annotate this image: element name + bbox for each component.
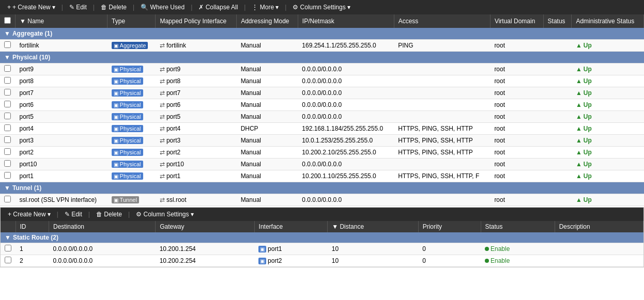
admin-status-up: ▲ Up (576, 172, 640, 180)
row-ip: 0.0.0.0/0.0.0.0 (298, 194, 394, 206)
table-row[interactable]: port7 ▣ Physical ⇄ port7 Manual 0.0.0.0/… (0, 87, 644, 99)
bottom-create-new-button[interactable]: + Create New ▾ (5, 210, 54, 219)
group-triangle-icon: ▼ (4, 30, 10, 37)
more-button[interactable]: ⋮ More ▾ (249, 3, 282, 12)
row-checkbox-cell[interactable] (0, 99, 16, 111)
delete-button[interactable]: 🗑 Delete (98, 3, 130, 12)
row-checkbox-cell[interactable] (0, 64, 16, 75)
col-mapped[interactable]: Mapped Policy Interface (156, 14, 237, 28)
table-row[interactable]: port8 ▣ Physical ⇄ port8 Manual 0.0.0.0/… (0, 75, 644, 87)
row-checkbox[interactable] (4, 160, 11, 167)
col-addressing[interactable]: Addressing Mode (237, 14, 298, 28)
route-checkbox-cell[interactable] (1, 243, 16, 255)
row-checkbox-cell[interactable] (0, 159, 16, 170)
row-admin-status: ▲ Up (572, 87, 644, 99)
row-checkbox[interactable] (4, 136, 11, 143)
create-new-button[interactable]: + + Create New ▾ (4, 3, 58, 12)
type-badge: ▣ Physical (112, 137, 143, 144)
row-name: port8 (16, 75, 108, 87)
bottom-col-status[interactable]: Status (481, 221, 555, 232)
group-triangle-icon: ▼ (5, 234, 11, 241)
row-checkbox[interactable] (4, 172, 11, 179)
static-route-row[interactable]: 1 0.0.0.0/0.0.0.0 10.200.1.254 ▣ port1 1… (1, 243, 643, 255)
table-row[interactable]: port5 ▣ Physical ⇄ port5 Manual 0.0.0.0/… (0, 111, 644, 123)
route-description (555, 255, 643, 267)
where-used-button[interactable]: 🔍 Where Used (137, 3, 188, 12)
row-checkbox[interactable] (4, 124, 11, 131)
table-row[interactable]: fortilink ▣ Aggregate ⇄ fortilink Manual… (0, 40, 644, 52)
row-checkbox[interactable] (4, 41, 11, 48)
table-row[interactable]: ssl.root (SSL VPN interface) ▣ Tunnel ⇄ … (0, 194, 644, 206)
table-row[interactable]: port4 ▣ Physical ⇄ port4 DHCP 192.168.1.… (0, 123, 644, 135)
collapse-all-button[interactable]: ✗ Collapse All (195, 3, 241, 12)
row-checkbox-cell[interactable] (0, 111, 16, 123)
col-status[interactable]: Status (543, 14, 572, 28)
group-header-physical[interactable]: ▼ Physical (10) (0, 52, 644, 64)
static-route-row[interactable]: 2 0.0.0.0/0.0.0.0 10.200.2.254 ▣ port2 1… (1, 255, 643, 267)
admin-status-up: ▲ Up (576, 113, 640, 120)
row-status (543, 111, 572, 123)
type-badge: ▣ Physical (112, 77, 143, 85)
col-name[interactable]: ▼ Name (16, 14, 108, 28)
row-checkbox-cell[interactable] (0, 40, 16, 52)
table-row[interactable]: port1 ▣ Physical ⇄ port1 Manual 10.200.1… (0, 170, 644, 182)
row-name: port7 (16, 87, 108, 99)
bottom-col-priority[interactable]: Priority (418, 221, 481, 232)
row-checkbox-cell[interactable] (0, 123, 16, 135)
row-checkbox[interactable] (4, 77, 11, 84)
row-checkbox-cell[interactable] (0, 75, 16, 87)
select-all-header[interactable] (0, 14, 16, 28)
col-type[interactable]: Type (108, 14, 156, 28)
row-checkbox[interactable] (4, 65, 11, 72)
row-checkbox-cell[interactable] (0, 170, 16, 182)
row-checkbox-cell[interactable] (0, 135, 16, 147)
type-icon: ▣ (114, 43, 118, 49)
row-checkbox[interactable] (4, 148, 11, 155)
row-checkbox-cell[interactable] (0, 194, 16, 206)
row-access (394, 64, 490, 75)
row-ip: 0.0.0.0/0.0.0.0 (298, 75, 394, 87)
group-header-aggregate[interactable]: ▼ Aggregate (1) (0, 28, 644, 40)
bottom-col-destination[interactable]: Destination (49, 221, 155, 232)
route-checkbox[interactable] (5, 245, 11, 251)
row-ip: 0.0.0.0/0.0.0.0 (298, 64, 394, 75)
col-ip[interactable]: IP/Netmask (298, 14, 394, 28)
bottom-edit-button[interactable]: ✎ Edit (62, 210, 85, 219)
table-row[interactable]: port2 ▣ Physical ⇄ port2 Manual 10.200.2… (0, 147, 644, 159)
row-checkbox[interactable] (4, 196, 11, 202)
table-row[interactable]: port3 ▣ Physical ⇄ port3 Manual 10.0.1.2… (0, 135, 644, 147)
route-checkbox-cell[interactable] (1, 255, 16, 267)
col-access[interactable]: Access (394, 14, 490, 28)
bottom-column-settings-button[interactable]: ⚙ Column Settings ▾ (133, 210, 196, 219)
row-type: ▣ Physical (108, 123, 156, 135)
row-vdomain: root (490, 111, 543, 123)
up-arrow-icon: ▲ (576, 66, 582, 73)
bottom-col-description[interactable]: Description (555, 221, 643, 232)
row-checkbox-cell[interactable] (0, 87, 16, 99)
table-row[interactable]: port6 ▣ Physical ⇄ port6 Manual 0.0.0.0/… (0, 99, 644, 111)
column-settings-button[interactable]: ⚙ Column Settings ▾ (289, 3, 353, 12)
group-header-tunnel[interactable]: ▼ Tunnel (1) (0, 182, 644, 194)
table-row[interactable]: port10 ▣ Physical ⇄ port10 Manual 0.0.0.… (0, 159, 644, 170)
bottom-col-distance[interactable]: ▼ Distance (328, 221, 418, 232)
row-checkbox[interactable] (4, 113, 11, 119)
route-checkbox[interactable] (5, 257, 11, 263)
mapped-icon: ⇄ (160, 101, 165, 108)
col-admin-status[interactable]: Administrative Status (572, 14, 644, 28)
select-all-checkbox[interactable] (4, 17, 11, 24)
static-route-group-header[interactable]: ▼ Static Route (2) (1, 232, 643, 243)
bottom-delete-button[interactable]: 🗑 Delete (93, 210, 125, 219)
row-checkbox-cell[interactable] (0, 147, 16, 159)
col-vdomain[interactable]: Virtual Domain (490, 14, 543, 28)
row-access (394, 99, 490, 111)
mapped-icon: ⇄ (160, 172, 165, 180)
row-checkbox[interactable] (4, 101, 11, 107)
bottom-col-id[interactable]: ID (16, 221, 49, 232)
row-checkbox[interactable] (4, 89, 11, 96)
bottom-col-interface[interactable]: Interface (254, 221, 328, 232)
edit-button[interactable]: ✎ Edit (66, 3, 90, 12)
table-row[interactable]: port9 ▣ Physical ⇄ port9 Manual 0.0.0.0/… (0, 64, 644, 75)
bottom-col-cb[interactable] (1, 221, 16, 232)
row-vdomain: root (490, 87, 543, 99)
bottom-col-gateway[interactable]: Gateway (156, 221, 254, 232)
